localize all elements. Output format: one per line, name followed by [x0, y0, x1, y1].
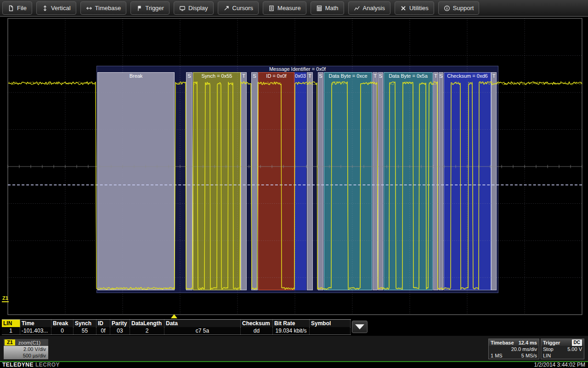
column-header-synch: Synch	[74, 320, 96, 327]
menu-button-trigger[interactable]: Trigger	[130, 1, 170, 15]
decode-field-label: Synch = 0x55	[193, 73, 240, 79]
decode-field-label: Break	[98, 73, 174, 79]
menu-bar: FileVerticalTimebaseTriggerDisplayCursor…	[0, 0, 588, 17]
chevron-down-icon	[355, 324, 364, 329]
utilities-tools-icon	[400, 5, 407, 12]
decode-field-bit: S	[251, 72, 258, 290]
timebase-offset: 12.4 ms	[519, 339, 537, 346]
lin-decode-table[interactable]: LINTimeBreakSynchIDParityDataLengthDataC…	[2, 319, 351, 335]
cell-parity[interactable]: 03	[110, 327, 130, 334]
trigger-mode: Stop	[543, 346, 554, 352]
message-identifier-banner: Message Identifier = 0x0f	[96, 66, 498, 72]
timebase-scale: 20.0 ms/div	[511, 346, 537, 352]
cell-time[interactable]: -101.403...	[20, 327, 51, 334]
table-expand-button[interactable]	[352, 321, 368, 333]
trigger-title: Trigger	[543, 339, 560, 346]
column-header-checksum: Checksum	[241, 320, 273, 327]
column-header-data: Data	[164, 320, 241, 327]
menu-button-label: Support	[453, 5, 474, 12]
decode-field-bit: S	[439, 72, 443, 290]
menu-button-label: Display	[188, 5, 208, 12]
decode-field-label: T	[434, 73, 438, 79]
decode-field-label: S	[252, 73, 257, 79]
decode-field-synch: Synch = 0x55	[193, 72, 241, 290]
column-header-datalength: DataLength	[130, 320, 164, 327]
decode-field-data: Data Byte = 0x5a	[384, 72, 433, 290]
menu-button-label: Analysis	[363, 5, 385, 12]
file-icon	[8, 5, 14, 12]
timebase-descriptor[interactable]: Timebase 12.4 ms 20.0 ms/div 1 MS 5 MS/s	[488, 339, 539, 359]
z1-badge: Z1	[5, 339, 15, 345]
timebase-samples: 1 MS	[491, 352, 503, 359]
math-calculator-icon	[316, 5, 322, 12]
cell-checksum[interactable]: dd	[241, 327, 273, 334]
decode-field-parity: 0x03	[294, 72, 306, 290]
trigger-coupling-badge: DC	[572, 339, 582, 346]
decode-field-label: 0x03	[295, 73, 306, 79]
menu-button-label: Trigger	[145, 5, 164, 12]
decode-table-header: LINTimeBreakSynchIDParityDataLengthDataC…	[2, 319, 351, 327]
decode-field-label: Data Byte = 0x5a	[384, 73, 432, 79]
cell-break[interactable]: 0	[51, 327, 74, 334]
cell-datalength[interactable]: 2	[130, 327, 164, 334]
menu-button-analysis[interactable]: Analysis	[348, 1, 390, 15]
display-monitor-icon	[179, 5, 186, 12]
decode-field-bit: S	[318, 72, 323, 290]
vertical-arrows-icon	[42, 5, 48, 12]
decode-field-break: Break	[97, 72, 175, 290]
decode-field-label: T	[241, 73, 246, 79]
z1-source-label: zoom(C1)	[18, 340, 40, 345]
column-header-lin: LIN	[2, 320, 20, 327]
decode-field-checksum: Checksum = 0xd6	[444, 72, 491, 290]
menu-button-vertical[interactable]: Vertical	[36, 1, 76, 15]
cell-bit-rate[interactable]: 19.034 kbit/s	[273, 327, 310, 334]
menu-button-support[interactable]: Support	[438, 1, 480, 15]
oscilloscope-screen: FileVerticalTimebaseTriggerDisplayCursor…	[0, 0, 588, 368]
cell-data[interactable]: c7 5a	[164, 327, 241, 334]
trigger-type: LIN	[543, 352, 551, 359]
menu-button-utilities[interactable]: Utilities	[395, 1, 434, 15]
menu-button-display[interactable]: Display	[174, 1, 214, 15]
decode-field-bit: S	[186, 72, 192, 290]
decode-field-label: Data Byte = 0xce	[324, 73, 372, 79]
column-header-parity: Parity	[110, 320, 130, 327]
z1-trace-indicator: Z1	[2, 295, 9, 302]
z1-trace-descriptor[interactable]: Z1 zoom(C1) 2.00 V/div 500 µs/div	[4, 339, 48, 359]
cell-synch[interactable]: 55	[74, 327, 96, 334]
timebase-title: Timebase	[491, 339, 514, 346]
horizontal-arrows-icon	[86, 5, 92, 12]
measure-doc-icon	[268, 5, 275, 12]
menu-button-label: Utilities	[409, 5, 429, 12]
decode-field-bit: S	[378, 72, 383, 290]
column-header-id: ID	[96, 320, 110, 327]
decode-field-bit: T	[373, 72, 378, 290]
menu-button-timebase[interactable]: Timebase	[80, 1, 127, 15]
decode-field-label: S	[439, 73, 443, 79]
decode-field-data: Data Byte = 0xce	[324, 72, 372, 290]
z1-volts-per-div: 2.00 V/div	[4, 346, 46, 352]
cell-id[interactable]: 0f	[96, 327, 110, 334]
decode-table-row[interactable]: 1-101.403...0550f032c7 5add19.034 kbit/s	[2, 327, 351, 335]
column-header-time: Time	[20, 320, 51, 327]
decode-field-bit: T	[307, 72, 313, 290]
z1-time-per-div: 500 µs/div	[4, 352, 46, 359]
decode-field-bit: T	[241, 72, 247, 290]
menu-button-math[interactable]: Math	[311, 1, 344, 15]
column-header-bit-rate: Bit Rate	[273, 320, 310, 327]
menu-button-cursors[interactable]: Cursors	[218, 1, 259, 15]
decode-field-bit: T	[491, 72, 497, 290]
menu-button-label: File	[17, 5, 27, 12]
decode-field-label: ID = 0x0f	[259, 73, 294, 79]
support-info-icon	[444, 5, 450, 12]
decode-field-label: Checksum = 0xd6	[444, 73, 491, 79]
decode-field-label: S	[318, 73, 323, 79]
analysis-chart-icon	[354, 5, 360, 12]
trace-zero-level-line	[8, 184, 582, 185]
trigger-descriptor[interactable]: Trigger DC Stop 5.00 V LIN	[541, 339, 584, 359]
cell-symbol[interactable]	[310, 327, 351, 334]
menu-button-file[interactable]: File	[2, 1, 32, 15]
cell-lin[interactable]: 1	[2, 327, 20, 334]
menu-button-measure[interactable]: Measure	[263, 1, 306, 15]
trigger-position-marker-icon[interactable]	[171, 314, 177, 318]
datetime-display: 1/2/2014 3:44:02 PM	[534, 362, 585, 368]
